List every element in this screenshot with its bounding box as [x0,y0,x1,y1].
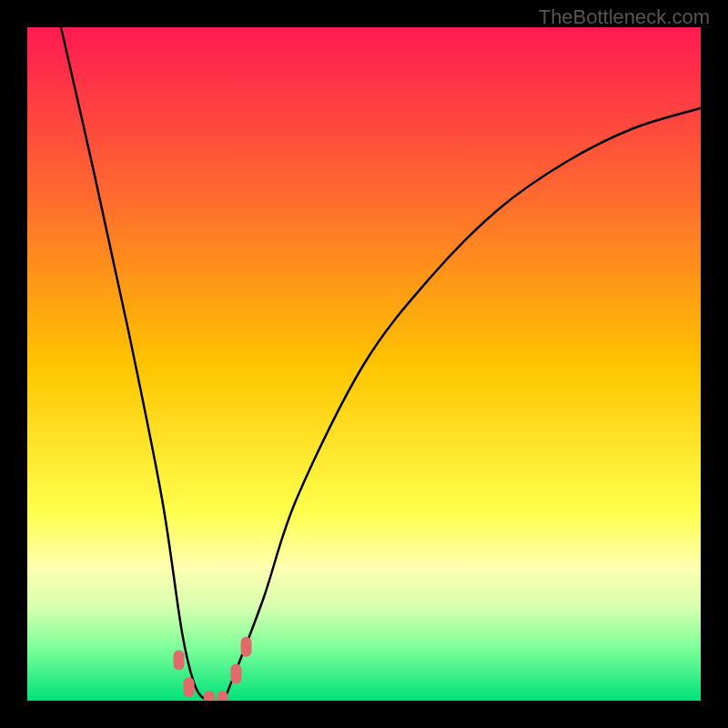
highlight-marker [230,663,241,683]
chart-plot-area [27,27,701,701]
bottleneck-curve [61,27,701,701]
highlight-marker [204,691,215,701]
highlight-marker [241,637,252,657]
highlight-marker [174,651,185,671]
highlight-marker [184,677,195,697]
chart-curve-layer [27,27,701,701]
watermark-text: TheBottleneck.com [539,5,710,29]
